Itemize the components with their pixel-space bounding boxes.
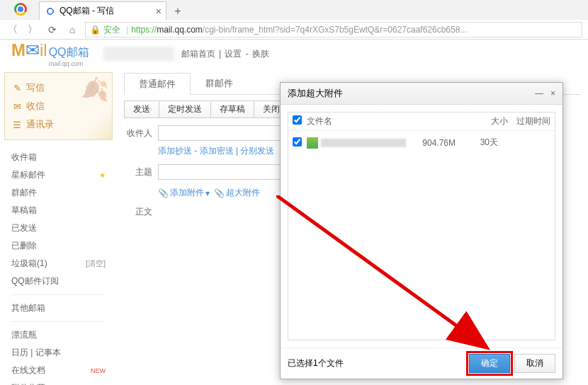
col-expire: 过期时间 bbox=[508, 115, 550, 127]
forward-icon[interactable]: 〉 bbox=[26, 23, 40, 37]
selected-count: 已选择1个文件 bbox=[288, 357, 344, 369]
folder-group[interactable]: 群邮件 bbox=[11, 184, 106, 202]
sidebar-folders: 收件箱 星标邮件★ 群邮件 草稿箱 已发送 已删除 垃圾箱(1)[清空] QQ邮… bbox=[4, 146, 113, 385]
dialog-footer: 已选择1个文件 确定 取消 bbox=[281, 347, 562, 379]
body-label: 正文 bbox=[124, 206, 152, 218]
link-home[interactable]: 邮箱首页 bbox=[181, 49, 215, 59]
file-row[interactable]: 904.76M 30天 bbox=[288, 131, 555, 154]
tab-group-mail[interactable]: 群邮件 bbox=[191, 72, 248, 94]
logo-sub: mail.qq.com bbox=[49, 60, 89, 67]
file-expire: 30天 bbox=[456, 137, 498, 149]
file-thumbnail-icon bbox=[307, 137, 318, 149]
clear-link[interactable]: [清空] bbox=[86, 258, 106, 269]
folder-inbox[interactable]: 收件箱 bbox=[11, 149, 106, 166]
tab-title: QQ邮箱 - 写信 bbox=[60, 5, 114, 17]
user-info-redacted bbox=[103, 47, 174, 61]
pencil-icon: ✎ bbox=[12, 83, 22, 93]
close-icon[interactable]: × bbox=[156, 6, 162, 17]
url-domain: mail.qq.com bbox=[157, 25, 203, 35]
tab-normal-mail[interactable]: 普通邮件 bbox=[124, 73, 191, 95]
close-icon[interactable]: × bbox=[550, 88, 555, 98]
qq-favicon bbox=[45, 6, 55, 16]
url-protocol: https:// bbox=[131, 25, 157, 35]
minimize-icon[interactable]: — bbox=[535, 88, 543, 98]
folder-subscribe[interactable]: QQ邮件订阅 bbox=[11, 272, 106, 290]
large-attachment-dialog: 添加超大附件 — × 文件名 大小 过期时间 904.76M 30天 已选择1个… bbox=[280, 82, 563, 379]
cancel-button[interactable]: 取消 bbox=[514, 354, 555, 373]
paperclip-icon: 📎 bbox=[158, 188, 169, 198]
chrome-icon bbox=[14, 3, 27, 16]
browser-tab[interactable]: QQ邮箱 - 写信 × bbox=[39, 1, 166, 20]
ok-button[interactable]: 确定 bbox=[469, 354, 510, 373]
tool-bottle[interactable]: 漂流瓶 bbox=[11, 326, 106, 344]
envelope-icon: ✉ bbox=[12, 101, 22, 111]
header-links: 邮箱首页 | 设置 - 换肤 bbox=[180, 48, 271, 60]
draft-button[interactable]: 存草稿 bbox=[211, 100, 254, 118]
leaf-decoration-icon: 🍂 bbox=[81, 76, 109, 103]
lock-icon: 🔒 bbox=[90, 25, 101, 35]
folder-starred[interactable]: 星标邮件★ bbox=[11, 166, 106, 184]
app-header: M✉il QQ邮箱 mail.qq.com 邮箱首页 | 设置 - 换肤 bbox=[0, 40, 588, 68]
col-filename: 文件名 bbox=[307, 115, 458, 127]
add-attachment-link[interactable]: 📎添加附件 ▾ bbox=[158, 187, 210, 199]
folder-deleted[interactable]: 已删除 bbox=[11, 237, 106, 255]
tab-bar: QQ邮箱 - 写信 × + bbox=[0, 0, 588, 20]
url-bar[interactable]: 🔒 安全 | https://mail.qq.com/cgi-bin/frame… bbox=[85, 22, 582, 38]
dialog-titlebar[interactable]: 添加超大附件 — × bbox=[281, 83, 562, 105]
sidebar-contacts[interactable]: ☰通讯录 bbox=[12, 115, 105, 134]
dialog-body: 文件名 大小 过期时间 904.76M 30天 bbox=[281, 105, 562, 347]
new-badge: NEW bbox=[91, 367, 106, 374]
browser-chrome: QQ邮箱 - 写信 × + 〈 〉 ⟳ ⌂ 🔒 安全 | https://mai… bbox=[0, 0, 588, 40]
tool-calendar[interactable]: 日历 | 记事本 bbox=[11, 344, 106, 362]
file-list: 文件名 大小 过期时间 904.76M 30天 bbox=[288, 112, 555, 340]
file-name-redacted bbox=[321, 139, 406, 147]
url-path: /cgi-bin/frame_html?sid=7q4rXGxS7b5gEwtQ… bbox=[203, 25, 468, 35]
logo-brand: QQ邮箱 bbox=[49, 46, 89, 58]
mail-logo[interactable]: M✉il QQ邮箱 mail.qq.com bbox=[11, 40, 89, 67]
select-all-checkbox[interactable] bbox=[293, 115, 302, 125]
file-size: 904.76M bbox=[406, 138, 456, 148]
tool-docs[interactable]: 在线文档NEW bbox=[11, 362, 106, 379]
send-button[interactable]: 发送 bbox=[124, 100, 159, 118]
large-attachment-link[interactable]: 📎超大附件 bbox=[214, 187, 260, 199]
folder-drafts[interactable]: 草稿箱 bbox=[11, 202, 106, 219]
other-mailbox-header[interactable]: 其他邮箱 bbox=[11, 299, 106, 317]
file-checkbox[interactable] bbox=[293, 137, 302, 146]
link-skin[interactable]: 换肤 bbox=[252, 49, 269, 59]
schedule-button[interactable]: 定时发送 bbox=[159, 100, 211, 118]
folder-spam[interactable]: 垃圾箱(1)[清空] bbox=[11, 255, 106, 272]
file-list-header: 文件名 大小 过期时间 bbox=[288, 113, 555, 131]
nav-bar: 〈 〉 ⟳ ⌂ 🔒 安全 | https://mail.qq.com/cgi-b… bbox=[0, 20, 588, 40]
dialog-title-text: 添加超大附件 bbox=[288, 87, 343, 100]
folder-sent[interactable]: 已发送 bbox=[11, 219, 106, 237]
sidebar-primary: 🍂 ✎写信 ✉收信 ☰通讯录 bbox=[4, 72, 113, 140]
new-tab-button[interactable]: + bbox=[169, 3, 186, 20]
tool-attachments[interactable]: 附件收藏 bbox=[11, 379, 106, 385]
paperclip-icon: 📎 bbox=[214, 188, 225, 198]
recipient-label: 收件人 bbox=[124, 127, 152, 139]
home-icon[interactable]: ⌂ bbox=[65, 23, 79, 37]
back-icon[interactable]: 〈 bbox=[6, 23, 20, 37]
sidebar: 🍂 ✎写信 ✉收信 ☰通讯录 收件箱 星标邮件★ 群邮件 草稿箱 已发送 已删除… bbox=[0, 68, 117, 385]
secure-label: 安全 bbox=[103, 24, 120, 36]
col-size: 大小 bbox=[458, 115, 508, 127]
reload-icon[interactable]: ⟳ bbox=[45, 23, 60, 37]
list-icon: ☰ bbox=[12, 120, 22, 130]
link-settings[interactable]: 设置 bbox=[225, 49, 242, 59]
subject-label: 主题 bbox=[124, 166, 152, 178]
star-icon: ★ bbox=[99, 171, 106, 179]
